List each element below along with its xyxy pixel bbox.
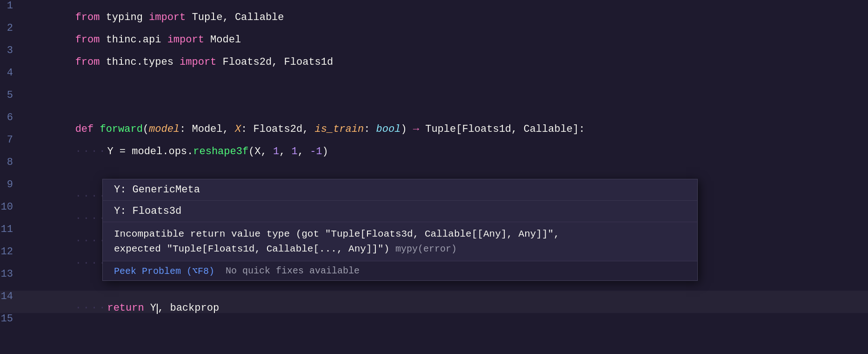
tooltip-error-row: Incompatible return value type (got "Tup… [103,222,697,261]
error-line-2: expected "Tuple[Floats1d, Callable[..., … [114,242,686,257]
code-line-4: 4 [0,67,868,89]
code-line-14: 14 ····return Y, backprop [0,291,868,313]
tooltip-row-1: Y: GenericMeta [103,179,697,201]
num-1a: 1 [273,146,279,157]
line-number-2: 2 [0,22,22,34]
param-is-train: is_train [315,123,364,135]
type-bool: bool [376,123,401,135]
num-neg1: -1 [310,146,322,157]
tooltip-popup: Y: GenericMeta Y: Floats3d Incompatible … [102,179,698,281]
code-line-6: 6 def forward(model: Model, X: Floats2d,… [0,112,868,134]
line-number-8: 8 [0,157,22,168]
code-line-15: 15 [0,313,868,335]
func-forward: forward [100,123,142,135]
error-line-1: Incompatible return value type (got "Tup… [114,227,686,242]
tooltip-row-2: Y: Floats3d [103,201,697,222]
code-area: 1 from typing import Tuple, Callable 2 f… [0,0,868,354]
line-number-6: 6 [0,112,22,123]
line-number-13: 13 [0,268,22,280]
line-number-4: 4 [0,67,22,79]
tooltip-y-generic: Y: GenericMeta [114,184,200,196]
arrow-symbol: → [413,123,419,135]
line-number-9: 9 [0,179,22,191]
mypy-error-label: mypy(error) [395,244,457,254]
indent-7: ···· [75,146,107,157]
keyword-from-2: from [75,34,100,46]
line-number-7: 7 [0,134,22,146]
indent-14: ···· [75,302,107,314]
line-number-1: 1 [0,0,22,12]
tooltip-y-floats3d: Y: Floats3d [114,205,181,217]
code-line-5: 5 [0,89,868,112]
keyword-return: return [107,302,144,314]
line-number-12: 12 [0,246,22,258]
method-reshape3f: reshape3f [193,146,248,157]
code-line-7: 7 ····Y = model.ops.reshape3f(X, 1, 1, -… [0,134,868,157]
code-line-8: 8 Y: GenericMeta Y: Floats3d Incompatibl… [0,157,868,179]
line-number-10: 10 [0,201,22,213]
no-quick-fixes-label: No quick fixes available [226,266,360,276]
keyword-def: def [75,123,94,135]
peek-problem-link[interactable]: Peek Problem (⌥F8) [114,265,214,277]
code-line-2: 2 from thinc.api import Model [0,22,868,45]
num-1b: 1 [292,146,298,157]
line-number-15: 15 [0,313,22,325]
line-number-5: 5 [0,89,22,101]
code-editor: 1 from typing import Tuple, Callable 2 f… [0,0,868,354]
keyword-from: from [75,12,100,23]
line-number-11: 11 [0,224,22,235]
line-number-3: 3 [0,45,22,56]
error-line-2-text: expected "Tuple[Floats1d, Callable[..., … [114,244,395,254]
keyword-import-3: import [180,56,216,68]
param-model: model [149,123,180,135]
param-x: X [235,123,241,135]
line-number-14: 14 [0,291,22,302]
keyword-from-3: from [75,56,100,68]
tooltip-action-row[interactable]: Peek Problem (⌥F8) No quick fixes availa… [103,261,697,280]
code-line-1: 1 from typing import Tuple, Callable [0,0,868,22]
keyword-import-2: import [167,34,204,46]
keyword-import: import [149,12,186,23]
code-line-3: 3 from thinc.types import Floats2d, Floa… [0,45,868,67]
